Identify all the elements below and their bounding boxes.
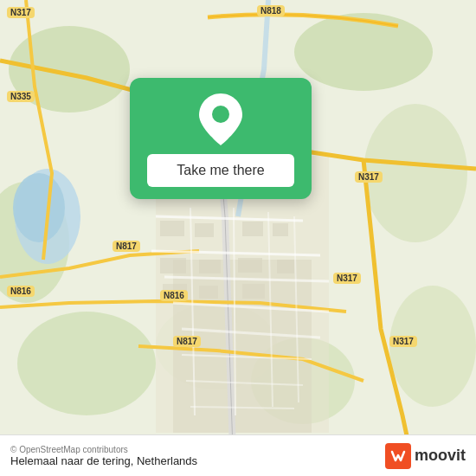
svg-rect-16 <box>273 223 288 236</box>
bottom-left-section: © OpenStreetMap contributors Helemaal na… <box>10 445 197 467</box>
svg-rect-23 <box>242 284 265 299</box>
road-label-n816-l: N816 <box>7 286 35 297</box>
take-me-there-button[interactable]: Take me there <box>147 154 294 187</box>
road-label-n317-m: N317 <box>333 273 361 284</box>
svg-point-24 <box>212 106 229 123</box>
svg-rect-20 <box>277 260 294 273</box>
moovit-logo: moovit <box>385 443 466 469</box>
svg-point-2 <box>294 13 433 91</box>
svg-rect-14 <box>195 223 214 237</box>
popup-card: Take me there <box>130 78 312 199</box>
road-label-n335: N335 <box>7 91 35 102</box>
road-label-n317-tl: N317 <box>7 7 35 18</box>
road-label-n317-r: N317 <box>355 171 383 183</box>
svg-point-10 <box>13 173 65 242</box>
road-label-n317-b: N317 <box>389 336 417 347</box>
moovit-icon <box>385 443 411 469</box>
bottom-bar: © OpenStreetMap contributors Helemaal na… <box>0 434 476 476</box>
road-label-n817-b: N817 <box>173 336 201 347</box>
svg-rect-18 <box>199 260 221 273</box>
svg-rect-13 <box>160 221 184 236</box>
road-label-n817-l: N817 <box>113 241 140 252</box>
svg-rect-17 <box>160 258 186 273</box>
svg-rect-15 <box>242 222 263 236</box>
copyright-text: © OpenStreetMap contributors <box>10 445 197 454</box>
svg-rect-19 <box>238 258 262 273</box>
svg-rect-22 <box>199 286 218 299</box>
road-label-n816-m: N816 <box>160 290 188 301</box>
road-label-n818: N818 <box>257 5 285 16</box>
location-pin-icon <box>199 93 242 145</box>
svg-point-5 <box>17 312 156 415</box>
location-label: Helemaal naar de tering, Netherlands <box>10 454 197 467</box>
map-background <box>0 0 476 476</box>
moovit-brand-text: moovit <box>415 447 466 465</box>
map-container: N818 N317 N335 N317 N817 N816 N816 N317 … <box>0 0 476 476</box>
